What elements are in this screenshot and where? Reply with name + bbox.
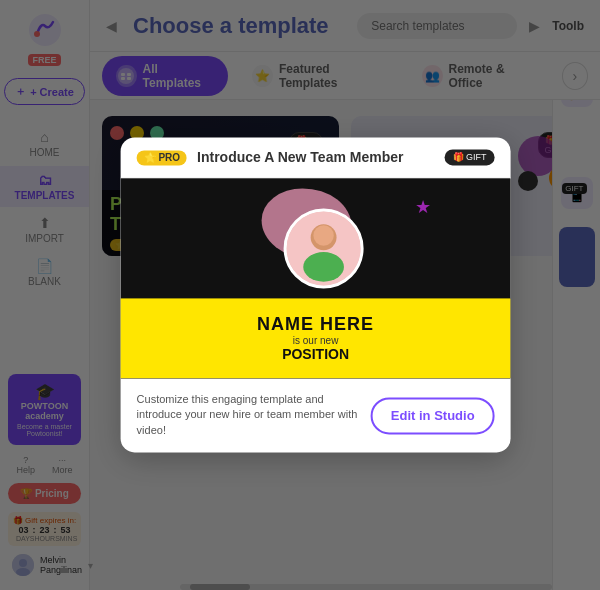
preview-name-text: Name Here [257,314,374,335]
svg-point-12 [303,252,344,282]
modal-description: Customize this engaging template and int… [137,392,371,438]
preview-position-text: POSITION [282,346,349,362]
preview-is-text: is our new [293,335,339,346]
preview-content: ★ Name Here is our new POSITION [121,178,511,378]
modal-pro-badge: ⭐ PRO [137,150,187,165]
edit-in-studio-button[interactable]: Edit in Studio [371,397,495,434]
modal-header: ⭐ PRO Introduce A New Team Member 🎁 GIFT [121,137,511,178]
preview-avatar [284,208,364,288]
svg-point-13 [313,225,333,245]
modal-gift-button[interactable]: 🎁 GIFT [445,149,495,165]
preview-star: ★ [415,196,431,218]
modal-footer: Customize this engaging template and int… [121,378,511,452]
modal-preview: ★ Name Here is our new POSITION [121,178,511,378]
preview-yellow-section: Name Here is our new POSITION [121,298,511,378]
modal-title: Introduce A New Team Member [197,149,435,165]
template-detail-modal: ⭐ PRO Introduce A New Team Member 🎁 GIFT… [121,137,511,452]
